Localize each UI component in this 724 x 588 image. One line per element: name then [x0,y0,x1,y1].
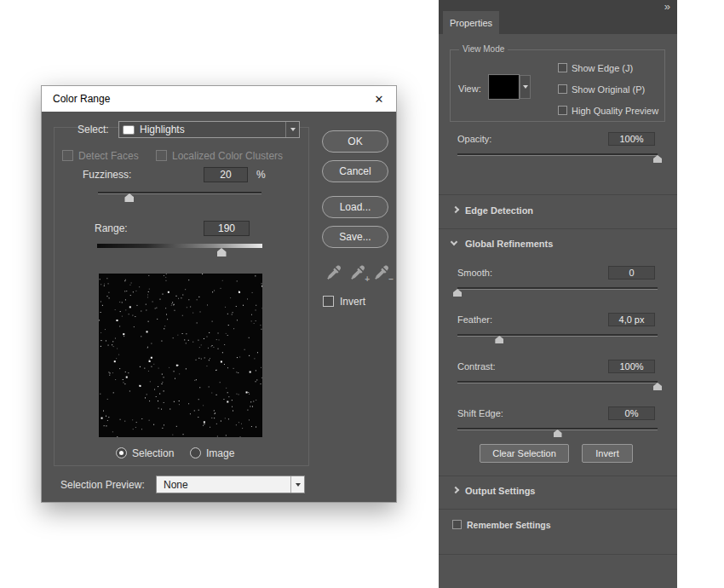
show-edge-checkbox[interactable] [558,63,567,72]
localized-clusters-checkbox[interactable] [156,150,167,161]
high-quality-checkbox[interactable] [558,106,567,115]
opacity-slider[interactable] [457,153,658,155]
view-thumbnail[interactable] [489,75,519,99]
invert-label: Invert [340,296,365,308]
detect-faces-label: Detect Faces [78,150,139,162]
properties-panel: Properties » View Mode View: Show Edge (… [439,0,677,588]
dropdown-arrow-icon[interactable] [285,122,299,137]
highlights-swatch-icon [123,125,135,135]
detect-faces-checkbox[interactable] [62,150,73,161]
view-mode-label: View Mode [459,44,508,54]
image-radio-label: Image [206,447,234,459]
feather-slider-thumb[interactable] [495,336,503,343]
feather-value-field[interactable]: 4,0 px [608,313,655,326]
shift-edge-slider-thumb[interactable] [554,429,562,437]
view-dropdown-arrow-icon[interactable] [520,75,531,99]
fuzziness-value-field[interactable]: 20 [204,167,248,182]
save-button[interactable]: Save... [322,226,388,248]
section-output-settings[interactable]: Output Settings [465,486,536,496]
localized-clusters-label: Localized Color Clusters [172,150,283,162]
range-slider[interactable] [97,244,262,248]
smooth-value-field[interactable]: 0 [608,266,655,280]
invert-checkbox[interactable] [323,296,334,307]
feather-slider[interactable] [457,334,658,336]
divider [439,228,677,229]
select-label: Select: [78,124,109,135]
shift-edge-label: Shift Edge: [457,408,503,418]
high-quality-label: High Quality Preview [572,106,658,116]
remember-settings-label: Remember Settings [467,520,551,530]
invert-button[interactable]: Invert [582,444,633,463]
opacity-label: Opacity: [457,134,491,144]
shift-edge-slider[interactable] [457,428,658,429]
image-radio[interactable] [190,447,201,458]
range-label: Range: [95,222,128,234]
section-edge-detection[interactable]: Edge Detection [465,205,533,216]
panel-header: Properties » [439,0,677,34]
show-original-checkbox[interactable] [558,84,567,94]
eyedropper-plus-icon[interactable]: + [350,265,367,280]
radio-dot-icon [119,451,124,455]
contrast-value-field[interactable]: 100% [608,360,655,373]
panel-menu-icon[interactable]: » [664,0,670,13]
divider [439,476,677,476]
cancel-button[interactable]: Cancel [322,160,388,182]
eyedropper-minus-icon[interactable]: − [374,265,391,280]
color-range-dialog: Color Range ✕ Select: Highlights Detect … [41,85,397,503]
chevron-right-icon[interactable] [452,206,459,213]
selection-radio-label: Selection [132,447,174,459]
tab-properties[interactable]: Properties [443,11,499,34]
opacity-value-field[interactable]: 100% [608,132,655,146]
dialog-titlebar[interactable]: Color Range ✕ [42,86,396,112]
divider [439,554,677,555]
smooth-slider-thumb[interactable] [453,289,462,297]
remember-settings-checkbox[interactable] [452,520,462,529]
dropdown-arrow-icon[interactable] [290,476,304,493]
shift-edge-value-field[interactable]: 0% [608,406,655,420]
feather-label: Feather: [457,314,492,325]
selection-preview-value: None [164,479,188,491]
load-button[interactable]: Load... [322,196,388,218]
selection-preview-label: Selection Preview: [60,479,145,491]
opacity-slider-thumb[interactable] [653,155,662,163]
contrast-label: Contrast: [457,361,496,372]
ok-button[interactable]: OK [322,130,388,153]
smooth-label: Smooth: [457,268,492,278]
contrast-slider[interactable] [457,381,658,383]
chevron-down-icon[interactable] [451,239,457,245]
clear-selection-button[interactable]: Clear Selection [480,444,569,463]
dialog-title: Color Range [53,93,110,105]
smooth-slider[interactable] [457,287,658,289]
contrast-slider-thumb[interactable] [653,383,662,390]
fuzziness-slider[interactable] [98,192,261,193]
show-edge-label: Show Edge (J) [572,63,633,73]
divider [439,194,677,195]
chevron-right-icon[interactable] [452,487,459,493]
section-global-refinements[interactable]: Global Refinements [465,239,553,249]
range-value-field[interactable]: 190 [204,221,250,236]
show-original-label: Show Original (P) [572,84,645,95]
eyedropper-icon[interactable] [326,265,343,280]
selection-radio[interactable] [116,447,127,458]
fuzziness-label: Fuzziness: [83,169,131,181]
preview-image[interactable] [99,274,262,437]
fuzziness-unit: % [256,169,266,181]
close-icon[interactable]: ✕ [372,92,386,106]
select-dropdown-value: Highlights [140,124,185,135]
select-dropdown[interactable]: Highlights [118,121,300,138]
selection-preview-dropdown[interactable]: None [156,476,305,493]
divider [439,509,677,510]
view-label: View: [458,84,481,94]
